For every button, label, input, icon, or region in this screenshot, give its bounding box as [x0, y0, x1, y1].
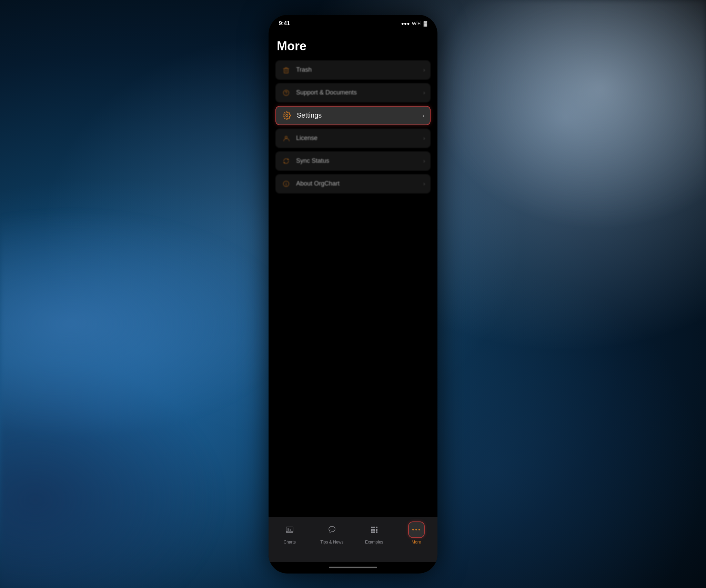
- svg-rect-24: [376, 529, 377, 531]
- svg-point-18: [333, 529, 334, 529]
- tab-tips-news[interactable]: Tips & News: [318, 521, 346, 545]
- menu-item-sync-left: Sync Status: [281, 156, 329, 166]
- tab-bar: Charts Tips & News: [269, 517, 437, 562]
- chevron-sync: ›: [423, 158, 425, 164]
- tab-tips-news-label: Tips & News: [320, 540, 343, 545]
- menu-item-about-left: About OrgChart: [281, 179, 340, 189]
- menu-item-support-left: Support & Documents: [281, 88, 357, 98]
- menu-item-sync[interactable]: Sync Status ›: [275, 151, 431, 171]
- menu-label-support: Support & Documents: [296, 89, 357, 96]
- svg-point-9: [286, 182, 286, 183]
- chevron-support: ›: [423, 90, 425, 96]
- menu-label-license: License: [296, 134, 317, 142]
- license-icon: [281, 133, 291, 143]
- about-icon: [281, 179, 291, 189]
- tab-charts[interactable]: Charts: [276, 521, 303, 545]
- phone-frame: 9:41 ●●● WiFi ▓ More: [269, 15, 437, 574]
- more-dots: [412, 529, 420, 530]
- svg-rect-27: [376, 531, 377, 533]
- status-time: 9:41: [279, 20, 290, 27]
- charts-tab-icon: [281, 521, 298, 538]
- status-icons: ●●● WiFi ▓: [401, 21, 427, 26]
- chevron-license: ›: [423, 135, 425, 141]
- menu-item-trash[interactable]: Trash ›: [275, 60, 431, 80]
- tab-more-label: More: [412, 540, 421, 545]
- svg-rect-13: [288, 528, 289, 531]
- dot-2: [415, 529, 417, 530]
- tab-more[interactable]: More: [403, 521, 430, 545]
- more-tab-icon: [408, 521, 425, 538]
- svg-point-17: [332, 529, 332, 529]
- svg-point-4: [286, 94, 286, 95]
- svg-rect-19: [371, 527, 373, 528]
- menu-item-trash-left: Trash: [281, 65, 312, 75]
- tab-charts-label: Charts: [284, 540, 296, 545]
- sync-icon: [281, 156, 291, 166]
- examples-tab-icon: [366, 521, 382, 538]
- signal-icon: ●●●: [401, 21, 410, 26]
- menu-label-about: About OrgChart: [296, 180, 340, 187]
- status-bar: 9:41 ●●● WiFi ▓: [269, 15, 437, 32]
- dot-3: [418, 529, 420, 530]
- menu-item-support[interactable]: Support & Documents ›: [275, 83, 431, 102]
- svg-rect-22: [371, 529, 373, 531]
- support-icon: [281, 88, 291, 98]
- tab-examples[interactable]: Examples: [360, 521, 388, 545]
- svg-point-16: [330, 529, 331, 529]
- menu-item-settings-left: Settings: [282, 110, 322, 121]
- svg-rect-0: [284, 69, 288, 73]
- svg-point-6: [285, 136, 287, 138]
- page-title: More: [275, 39, 431, 53]
- battery-icon: ▓: [424, 21, 427, 26]
- svg-point-5: [286, 114, 288, 117]
- trash-icon: [281, 65, 291, 75]
- menu-list: Trash › Support & Doc: [275, 60, 431, 193]
- svg-rect-25: [371, 531, 373, 533]
- svg-rect-23: [373, 529, 375, 531]
- menu-item-license[interactable]: License ›: [275, 129, 431, 148]
- settings-gear-icon: [282, 110, 292, 121]
- home-indicator: [269, 562, 437, 574]
- dot-1: [412, 529, 414, 530]
- chevron-settings: ›: [423, 112, 424, 119]
- svg-rect-26: [373, 531, 375, 533]
- svg-rect-14: [290, 529, 291, 531]
- home-bar: [329, 567, 377, 568]
- menu-label-trash: Trash: [296, 66, 312, 73]
- svg-rect-10: [286, 527, 293, 532]
- svg-rect-21: [376, 527, 377, 528]
- menu-item-license-left: License: [281, 133, 317, 143]
- menu-item-settings[interactable]: Settings ›: [275, 106, 431, 125]
- menu-label-settings: Settings: [297, 111, 322, 119]
- wifi-icon: WiFi: [412, 21, 422, 26]
- svg-rect-20: [373, 527, 375, 528]
- menu-label-sync: Sync Status: [296, 157, 329, 165]
- tab-examples-label: Examples: [365, 540, 383, 545]
- content-area: More Tras: [269, 32, 437, 517]
- menu-item-about[interactable]: About OrgChart ›: [275, 174, 431, 193]
- chevron-trash: ›: [423, 67, 425, 73]
- chevron-about: ›: [423, 181, 425, 187]
- tips-news-tab-icon: [324, 521, 340, 538]
- phone-screen: 9:41 ●●● WiFi ▓ More: [269, 15, 437, 574]
